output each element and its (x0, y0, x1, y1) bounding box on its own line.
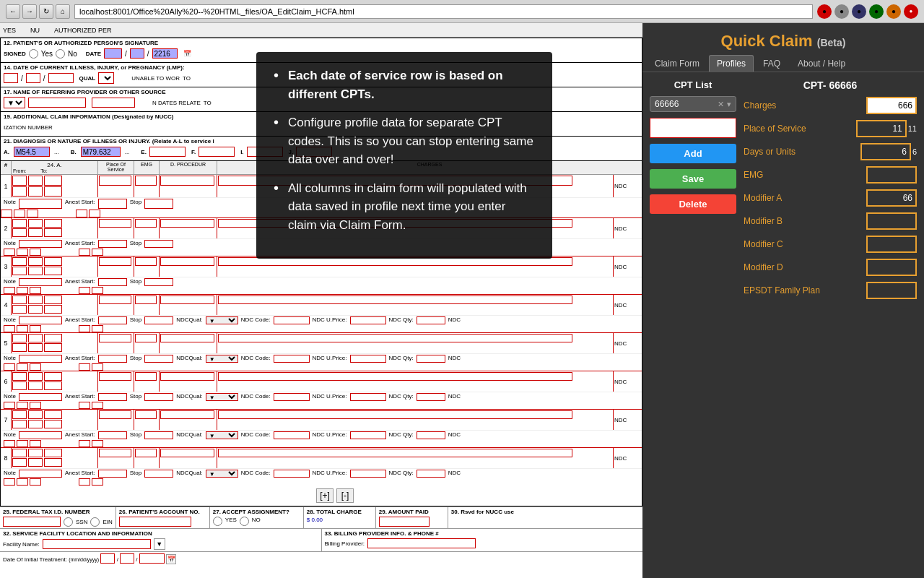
tab-faq[interactable]: FAQ (755, 55, 788, 72)
date14-yyyy[interactable] (48, 73, 74, 83)
ssn-radio[interactable] (64, 517, 73, 527)
tab-profiles[interactable]: Profiles (709, 55, 754, 72)
emg-input[interactable] (866, 166, 917, 184)
r1-sub4[interactable] (76, 210, 87, 217)
cpt-new-input[interactable] (650, 118, 736, 138)
it-yyyy[interactable] (139, 553, 165, 564)
days-input[interactable] (860, 143, 911, 160)
forward-button[interactable]: → (22, 4, 37, 19)
nav-buttons[interactable]: ← → ↻ ⌂ (6, 4, 70, 19)
plus-minus-buttons: [+] [-] (1, 486, 357, 506)
initial-treatment-label: Date Of Initial Treatment: (3, 556, 67, 563)
signed-yes-radio[interactable] (29, 49, 38, 59)
anest-1: Anest Start: (65, 199, 95, 209)
charges-input[interactable] (866, 97, 917, 114)
slash2: / (147, 50, 149, 58)
charges-row: Charges (744, 97, 917, 114)
delete-button[interactable]: Delete (650, 194, 736, 214)
it-mm[interactable] (100, 553, 115, 564)
epsdt-input[interactable] (866, 282, 917, 299)
it-calendar-icon[interactable]: 📅 (166, 554, 176, 564)
tab-profiles-label: Profiles (717, 59, 746, 69)
r1-emg[interactable] (135, 176, 157, 186)
plus-button[interactable]: [+] (316, 488, 334, 503)
add-button[interactable]: Add (650, 144, 736, 163)
addon-icon4[interactable]: ● (886, 4, 901, 19)
ref-provider-input2[interactable] (92, 98, 135, 108)
facility-name-label: Facility Name: (3, 541, 40, 548)
r1-to-dd[interactable] (28, 186, 43, 197)
ein-radio[interactable] (90, 517, 100, 527)
mod-d-input[interactable] (866, 259, 917, 276)
date-month[interactable] (104, 48, 122, 59)
save-button[interactable]: Save (650, 169, 736, 189)
addon-icon3[interactable]: ● (869, 4, 884, 19)
browser-icons: ● ● ● ● ● ● (817, 4, 918, 19)
r1-anest-start[interactable] (98, 199, 127, 209)
r1-to-mm[interactable] (12, 186, 27, 197)
address-bar[interactable]: localhost:8001/Office%20Ally%20--%20HTML… (74, 4, 813, 19)
ref-provider-select[interactable]: ▼ (4, 97, 25, 108)
tab-claim-form[interactable]: Claim Form (647, 55, 707, 72)
tax-id-input[interactable] (3, 517, 61, 527)
date-day[interactable] (130, 48, 144, 59)
pos-input[interactable] (856, 120, 907, 137)
refresh-button[interactable]: ↻ (39, 4, 53, 19)
back-button[interactable]: ← (6, 4, 20, 19)
date14-mm[interactable] (4, 73, 18, 83)
to2: TO (204, 100, 212, 106)
amount-paid-input[interactable] (379, 517, 430, 527)
addon-icon2[interactable]: ● (852, 4, 866, 19)
stop-icon[interactable]: ● (817, 4, 832, 19)
mod-b-input[interactable] (866, 212, 917, 230)
date-year[interactable] (152, 48, 178, 59)
tooltip-overlay: Each date of service row is based on dif… (256, 52, 552, 259)
tab-about-help[interactable]: About / Help (790, 55, 853, 72)
home-button[interactable]: ⌂ (56, 4, 70, 19)
r1-sub1[interactable] (1, 210, 12, 217)
r1-stop[interactable] (144, 199, 173, 209)
date14-dd[interactable] (26, 73, 40, 83)
r1-to-yy[interactable] (44, 186, 62, 197)
note-1: Note (4, 199, 16, 209)
diag-a-input[interactable] (14, 147, 50, 157)
mod-a-input[interactable] (866, 189, 917, 207)
r1-sub3[interactable] (27, 210, 38, 217)
assign-no-radio[interactable] (240, 517, 249, 526)
qual-select[interactable] (98, 72, 114, 84)
account-no-input[interactable] (119, 517, 191, 527)
diag-e-label: E. (141, 149, 147, 155)
r1-note-input[interactable] (19, 199, 62, 209)
dos-from-to: From: To: (13, 168, 96, 173)
mod-c-input[interactable] (866, 236, 917, 253)
facility-name-input[interactable] (43, 539, 151, 549)
r1-from-mm[interactable] (12, 176, 27, 186)
r1-pos[interactable] (99, 176, 131, 186)
assign-yes-radio[interactable] (213, 517, 222, 526)
calendar-icon[interactable]: 📅 (183, 50, 191, 57)
diag-e-input[interactable] (149, 147, 186, 157)
from-label: From: (13, 168, 26, 173)
quick-claim-panel: Quick Claim (Beta) Claim Form Profiles F… (642, 23, 924, 578)
ref-provider-input1[interactable] (28, 98, 86, 108)
cpt-clear-icon[interactable]: ✕ (718, 100, 724, 109)
cpt-arrow-icon[interactable]: ▾ (727, 100, 731, 109)
diag-f-input[interactable] (199, 147, 235, 157)
nu-indicator: NU (30, 27, 40, 34)
cpt-select-dropdown[interactable]: 66666 ✕ ▾ (650, 96, 736, 112)
emg-label: EMG (744, 170, 866, 180)
addon-icon1[interactable]: ● (834, 4, 849, 19)
r1-from-dd[interactable] (28, 176, 43, 186)
expand-button[interactable]: ▼ (154, 538, 165, 550)
signed-no-radio[interactable] (56, 49, 65, 59)
r1-sub2[interactable] (14, 210, 25, 217)
r1-from-yy[interactable] (44, 176, 62, 186)
addon-icon5[interactable]: ● (904, 4, 918, 19)
r1-sub5[interactable] (89, 210, 100, 217)
diag-b-input[interactable] (81, 147, 121, 157)
minus-button[interactable]: [-] (336, 488, 354, 503)
billing-provider-input[interactable] (367, 538, 476, 548)
r1-cpt[interactable] (160, 176, 214, 186)
top-bar: YES NU AUTHORIZED PER (0, 23, 642, 38)
it-dd[interactable] (120, 553, 134, 564)
